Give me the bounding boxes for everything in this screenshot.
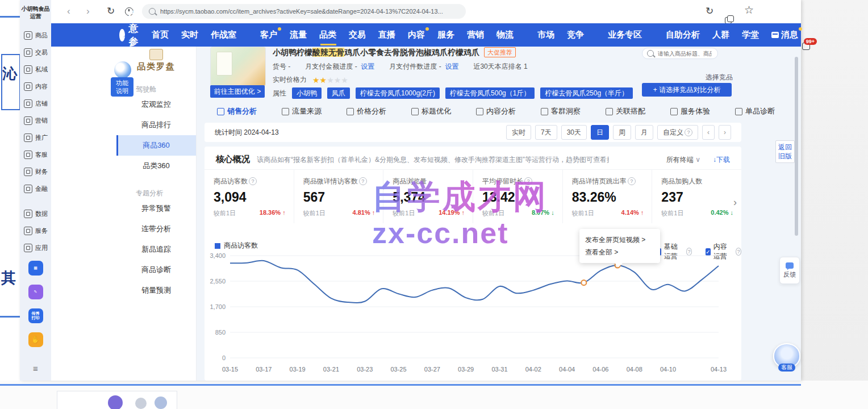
- nav-item-service[interactable]: 服务: [437, 30, 454, 40]
- more-cards-chevron[interactable]: ›: [733, 197, 737, 208]
- nav-item-trade[interactable]: 交易: [349, 30, 366, 40]
- bookmark-star-icon[interactable]: ☆: [744, 5, 754, 15]
- secnav-item-goods-diagnosis[interactable]: 商品诊断: [116, 260, 196, 280]
- nav-item-market[interactable]: 市场: [537, 30, 554, 40]
- nav-item-content[interactable]: 内容: [408, 30, 425, 40]
- range-30d[interactable]: 30天: [561, 125, 587, 140]
- stat-card-visitors[interactable]: 商品访客数? 3,094 较前1日18.36% ↑: [205, 170, 294, 223]
- range-custom[interactable]: 自定义?: [657, 125, 698, 140]
- tab-related-combos[interactable]: 关联搭配: [606, 106, 645, 116]
- tab-traffic-source[interactable]: 流量来源: [282, 106, 322, 116]
- tab-audience-insight[interactable]: 客群洞察: [541, 106, 581, 116]
- event-marker[interactable]: [581, 280, 586, 285]
- page-scrollbar[interactable]: [795, 57, 798, 236]
- stat-card-add-to-cart[interactable]: 商品加购人数 237 较前1日0.42% ↓: [652, 170, 741, 223]
- note-app-icon[interactable]: ✎: [28, 285, 43, 299]
- attr-tag[interactable]: 柠檬去骨凤爪500g（1斤）: [445, 87, 535, 99]
- sidebar-item-apps[interactable]: 应用: [24, 239, 48, 256]
- grid-app-icon[interactable]: ▦: [28, 261, 43, 276]
- tab-sales-analysis[interactable]: 销售分析: [217, 106, 257, 116]
- tab-content-analysis[interactable]: 内容分析: [476, 106, 516, 116]
- terminal-filter[interactable]: 所有终端 ∨: [666, 155, 700, 165]
- next-period-button[interactable]: ›: [719, 125, 731, 140]
- nav-item-live[interactable]: 直播: [378, 30, 395, 40]
- sidebar-item-customer-service[interactable]: 客服: [24, 146, 48, 163]
- nav-item-crowd[interactable]: 人群: [712, 30, 729, 40]
- nav-item-home[interactable]: 首页: [152, 30, 169, 40]
- address-bar[interactable]: https://sycm.taobao.com/cc/item_archives…: [142, 4, 466, 19]
- range-week[interactable]: 周: [613, 125, 631, 140]
- product-search-box[interactable]: [642, 48, 718, 59]
- sidebar-item-promotion[interactable]: 推广: [24, 129, 48, 146]
- sidebar-item-shop[interactable]: 店铺: [24, 95, 48, 112]
- stat-card-micro-detail-visitors[interactable]: 商品微详情访客数? 567 较前1日4.81% ↑: [294, 170, 383, 223]
- tooltip-link-view-all[interactable]: 查看全部 >: [585, 246, 654, 258]
- select-competitor-button[interactable]: + 请选择竞品对比分析: [642, 83, 732, 97]
- sidebar-item-marketing[interactable]: 营销: [24, 112, 48, 129]
- tab-title-optimization[interactable]: 标题优化: [411, 106, 451, 116]
- back-icon[interactable]: ‹: [67, 6, 70, 16]
- sidebar-item-goods[interactable]: 商品: [24, 27, 48, 44]
- stat-card-page-views[interactable]: 商品浏览量 5,374 较前1日14.19% ↑: [383, 170, 473, 223]
- sidebar-item-data[interactable]: 数据: [24, 205, 48, 222]
- stat-card-bounce-rate[interactable]: 商品详情页跳出率? 83.26% 较前1日4.14% ↑: [562, 170, 652, 223]
- refresh-extension-icon[interactable]: ↻: [706, 6, 713, 16]
- secnav-item-sales-forecast[interactable]: 销量预测: [116, 280, 196, 301]
- prev-period-button[interactable]: ‹: [702, 125, 715, 140]
- product-search-input[interactable]: [657, 50, 713, 57]
- nav-item-category[interactable]: 品类: [319, 30, 336, 40]
- nav-item-self-analysis[interactable]: 自助分析: [666, 30, 700, 40]
- back-to-old-version-button[interactable]: 返回旧版: [775, 140, 795, 163]
- secnav-item-new-product-tracking[interactable]: 新品追踪: [116, 239, 196, 260]
- nav-item-realtime[interactable]: 实时: [181, 30, 198, 40]
- set-link[interactable]: 设置: [445, 62, 458, 70]
- sidebar-item-content[interactable]: 内容: [24, 78, 48, 95]
- attr-tag[interactable]: 柠檬去骨凤爪250g（半斤）: [540, 87, 633, 99]
- secnav-item-anomaly-alert[interactable]: 异常预警: [116, 198, 196, 219]
- nav-item-competition[interactable]: 竞争: [567, 30, 584, 40]
- secnav-item-goods-360[interactable]: 商品360: [116, 135, 196, 156]
- feedback-button[interactable]: 反馈: [779, 257, 800, 284]
- tab-service-experience[interactable]: 服务体验: [670, 106, 710, 116]
- forward-icon[interactable]: ›: [86, 6, 90, 16]
- chat-extension-icon[interactable]: 99+: [802, 42, 811, 51]
- range-7d[interactable]: 7天: [535, 125, 557, 140]
- secnav-item-category-360[interactable]: 品类360: [116, 156, 196, 176]
- nav-item-marketing[interactable]: 营销: [467, 30, 484, 40]
- print-app-icon[interactable]: 传秀打印: [28, 308, 43, 323]
- secnav-item-macro-monitor[interactable]: 宏观监控: [116, 94, 196, 115]
- download-link[interactable]: ↓下载: [713, 155, 730, 165]
- attr-tag[interactable]: 凤爪: [327, 87, 350, 99]
- optimize-main-pic-button[interactable]: 前往主图优化 >: [210, 85, 265, 98]
- nav-item-customer[interactable]: 客户: [260, 30, 277, 40]
- range-realtime[interactable]: 实时: [506, 125, 531, 140]
- sidebar-item-finance[interactable]: 财务: [24, 163, 48, 180]
- hand-app-icon[interactable]: ✋: [28, 332, 43, 347]
- secnav-item-bundle-analysis[interactable]: 连带分析: [116, 219, 196, 239]
- sidebar-item-capital[interactable]: 金融: [24, 180, 48, 197]
- reload-icon[interactable]: ↻: [107, 6, 115, 16]
- helper-widget[interactable]: 功能 说明: [111, 60, 133, 97]
- visitors-trend-chart[interactable]: 08501,7002,5503,40003-1503-1703-1903-210…: [205, 250, 738, 379]
- collapse-menu-icon[interactable]: ≡: [20, 364, 51, 373]
- nav-item-business-zone[interactable]: 业务专区: [608, 30, 642, 40]
- tooltip-link-video[interactable]: 发布全屏页短视频 >: [585, 233, 654, 246]
- set-link[interactable]: 设置: [361, 62, 374, 70]
- sidebar-item-service[interactable]: 服务: [24, 222, 48, 239]
- nav-item-traffic[interactable]: 流量: [290, 30, 307, 40]
- sidebar-item-private-domain[interactable]: 私域: [24, 61, 48, 78]
- range-month[interactable]: 月: [635, 125, 653, 140]
- stat-card-avg-stay-time[interactable]: 平均停留时长? 13.42 较前1日8.07% ↓: [473, 170, 562, 223]
- tab-item-diagnosis[interactable]: 单品诊断: [735, 106, 775, 116]
- secnav-item-goods-ranking[interactable]: 商品排行: [116, 115, 196, 135]
- attr-tag[interactable]: 小胡鸭: [292, 87, 322, 99]
- nav-item-logistics[interactable]: 物流: [496, 30, 514, 40]
- attr-tag[interactable]: 柠檬去骨凤爪1000g(2斤): [356, 87, 440, 99]
- nav-item-message[interactable]: 消息: [771, 30, 798, 40]
- customer-service-widget[interactable]: 客服: [771, 343, 802, 374]
- nav-item-warroom[interactable]: 作战室: [211, 30, 236, 40]
- tab-price-analysis[interactable]: 价格分析: [347, 106, 386, 116]
- nav-item-academy[interactable]: 学堂: [742, 30, 759, 40]
- sidebar-item-trade[interactable]: 交易: [24, 44, 48, 61]
- range-day[interactable]: 日: [591, 125, 609, 140]
